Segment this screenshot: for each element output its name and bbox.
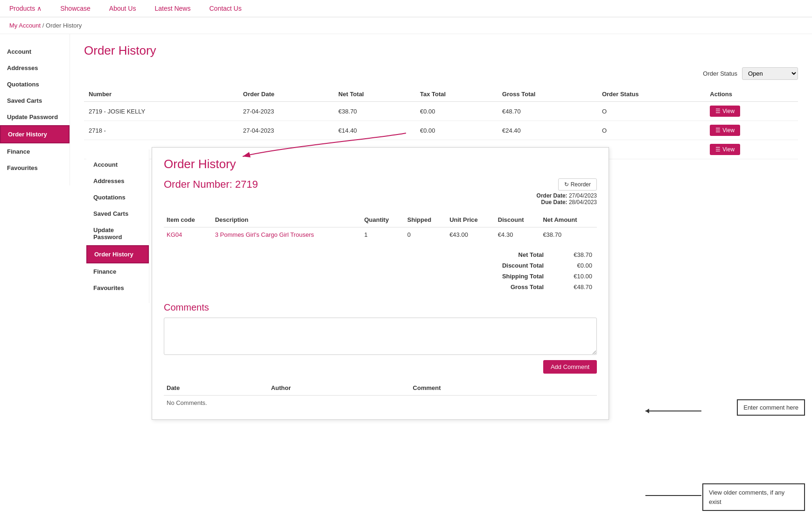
actions-cell: ☰ View	[705, 140, 798, 159]
nav-products[interactable]: Products ∧	[9, 5, 42, 12]
col-discount: Discount	[495, 212, 540, 227]
order-number-cell: 2718 -	[84, 121, 238, 140]
net-total-cell: €14.40	[334, 121, 415, 140]
col-net-amount: Net Amount	[540, 212, 597, 227]
sidebar: Account Addresses Quotations Saved Carts…	[0, 34, 70, 185]
reorder-button[interactable]: ↻ Reorder	[558, 178, 597, 191]
actions-cell: ☰ View	[705, 102, 798, 121]
item-row: KG04 3 Pommes Girl's Cargo Girl Trousers…	[164, 227, 597, 242]
nav-showcase[interactable]: Showcase	[60, 5, 91, 12]
order-date-meta: Order Date: 27/04/2023	[537, 192, 597, 199]
net-total-cell: €38.70	[334, 102, 415, 121]
inner-sidebar-saved-carts[interactable]: Saved Carts	[86, 205, 149, 222]
no-comments-cell: No Comments.	[164, 396, 597, 411]
tax-total-cell: €0.00	[415, 102, 497, 121]
view-button-2718[interactable]: ☰ View	[710, 125, 740, 136]
no-comments-row: No Comments.	[164, 396, 597, 411]
status-cell	[597, 140, 705, 159]
sidebar-item-account[interactable]: Account	[0, 43, 70, 60]
view-button-2719[interactable]: ☰ View	[710, 106, 740, 117]
sidebar-item-update-password[interactable]: Update Password	[0, 109, 70, 125]
sidebar-item-addresses[interactable]: Addresses	[0, 60, 70, 76]
annotation-comment-box: Enter comment here	[737, 399, 805, 416]
products-label: Products	[9, 5, 35, 12]
inner-sidebar: Account Addresses Quotations Saved Carts…	[86, 149, 149, 303]
inner-sidebar-quotations[interactable]: Quotations	[86, 189, 149, 205]
breadcrumb-separator: /	[42, 22, 44, 29]
list-icon: ☰	[715, 108, 721, 114]
order-status-select[interactable]: Open Closed All	[742, 67, 798, 80]
order-status-label: Order Status	[703, 70, 737, 77]
nav-news[interactable]: Latest News	[154, 5, 190, 12]
inner-sidebar-update-password[interactable]: Update Password	[86, 222, 149, 245]
item-description-cell[interactable]: 3 Pommes Girl's Cargo Girl Trousers	[212, 227, 362, 242]
status-cell: O	[597, 102, 705, 121]
discount-total-value: €0.00	[548, 261, 596, 270]
view-label: View	[722, 146, 735, 153]
refresh-icon: ↻	[564, 181, 569, 188]
shipping-total-label: Shipping Total	[458, 271, 547, 281]
shipping-total-value: €10.00	[548, 271, 596, 281]
gross-total-cell: €24.40	[497, 121, 597, 140]
sidebar-item-finance[interactable]: Finance	[0, 143, 70, 160]
nav-contact[interactable]: Contact Us	[209, 5, 241, 12]
net-total-value: €38.70	[548, 250, 596, 260]
reorder-label: Reorder	[571, 181, 591, 188]
breadcrumb: My Account / Order History	[0, 17, 812, 34]
detail-panel-title: Order History	[164, 157, 597, 171]
sidebar-item-saved-carts[interactable]: Saved Carts	[0, 92, 70, 109]
net-total-label: Net Total	[458, 250, 547, 260]
tax-total-cell: €0.00	[415, 121, 497, 140]
status-cell: O	[597, 121, 705, 140]
arrow-view-older	[645, 495, 701, 496]
inner-sidebar-account[interactable]: Account	[86, 156, 149, 173]
col-order-date: Order Date	[238, 87, 334, 102]
item-quantity-cell: 1	[361, 227, 404, 242]
inner-sidebar-finance[interactable]: Finance	[86, 263, 149, 280]
view-label: View	[722, 108, 735, 114]
col-gross-total: Gross Total	[497, 87, 597, 102]
discount-total-row: Discount Total €0.00	[458, 261, 596, 270]
col-actions: Actions	[705, 87, 798, 102]
chevron-up-icon: ∧	[37, 5, 42, 12]
nav-about[interactable]: About Us	[109, 5, 136, 12]
comments-title: Comments	[164, 302, 597, 313]
order-date-cell: 27-04-2023	[238, 121, 334, 140]
inner-sidebar-favourites[interactable]: Favourites	[86, 280, 149, 296]
totals-table: Net Total €38.70 Discount Total €0.00 Sh…	[457, 249, 597, 293]
comment-input[interactable]	[164, 318, 597, 355]
col-comment: Comment	[410, 381, 597, 396]
shipping-total-row: Shipping Total €10.00	[458, 271, 596, 281]
sidebar-item-quotations[interactable]: Quotations	[0, 76, 70, 92]
top-nav: Products ∧ Showcase About Us Latest News…	[0, 0, 812, 17]
inner-sidebar-order-history[interactable]: Order History	[86, 245, 149, 263]
item-code-cell[interactable]: KG04	[164, 227, 212, 242]
col-description: Description	[212, 212, 362, 227]
add-comment-button[interactable]: Add Comment	[543, 360, 597, 374]
col-tax-total: Tax Total	[415, 87, 497, 102]
order-status-row: Order Status Open Closed All	[84, 67, 798, 80]
breadcrumb-my-account[interactable]: My Account	[9, 22, 41, 29]
breadcrumb-order-history: Order History	[46, 22, 82, 29]
discount-total-label: Discount Total	[458, 261, 547, 270]
actions-cell: ☰ View	[705, 121, 798, 140]
arrow-comment	[645, 411, 701, 411]
order-detail-panel: Order History Order Number: 2719 ↻ Reord…	[152, 147, 609, 420]
order-date-cell: 27-04-2023	[238, 102, 334, 121]
view-label: View	[722, 127, 735, 134]
view-button-extra[interactable]: ☰ View	[710, 144, 740, 155]
annotation-view-older-text: View older comments, if any exist	[709, 489, 784, 505]
due-date-value: 28/04/2023	[569, 199, 597, 205]
gross-total-label: Gross Total	[458, 282, 547, 292]
due-date-meta: Due Date: 28/04/2023	[537, 199, 597, 205]
order-detail-header: Order Number: 2719 ↻ Reorder Order Date:…	[164, 178, 597, 205]
col-quantity: Quantity	[361, 212, 404, 227]
add-comment-row: Add Comment	[164, 360, 597, 374]
inner-sidebar-addresses[interactable]: Addresses	[86, 173, 149, 189]
sidebar-item-order-history[interactable]: Order History	[0, 125, 70, 143]
items-table: Item code Description Quantity Shipped U…	[164, 212, 597, 242]
sidebar-item-favourites[interactable]: Favourites	[0, 160, 70, 176]
col-net-total: Net Total	[334, 87, 415, 102]
order-meta: ↻ Reorder Order Date: 27/04/2023 Due Dat…	[537, 178, 597, 205]
col-date: Date	[164, 381, 268, 396]
